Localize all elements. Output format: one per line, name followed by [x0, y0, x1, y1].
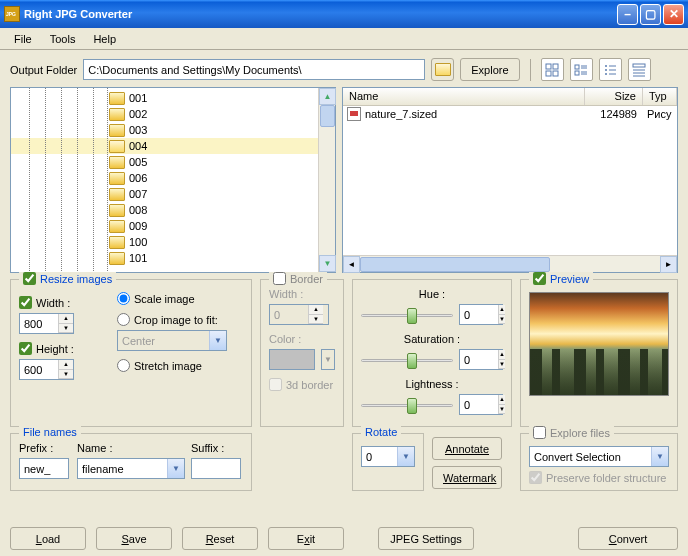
view-details-button[interactable] [628, 58, 651, 81]
load-button[interactable]: Load [10, 527, 86, 550]
explore-combo[interactable]: Convert Selection▼ [529, 446, 669, 467]
scroll-left-button[interactable]: ◄ [343, 256, 360, 273]
tree-scrollbar[interactable]: ▲ ▼ [318, 88, 335, 272]
tree-folder-label: 003 [129, 124, 147, 136]
3d-border-checkbox [269, 378, 282, 391]
folder-tree[interactable]: 001002003004005006007008009100101 ▲ ▼ [10, 87, 336, 273]
explore-title[interactable]: Explore files [529, 426, 614, 439]
explore-checkbox[interactable] [533, 426, 546, 439]
folder-icon [109, 92, 125, 105]
list-item[interactable]: nature_7.sized 124989 Рису [343, 106, 677, 122]
folder-icon [109, 204, 125, 217]
tree-folder-label: 101 [129, 252, 147, 264]
scroll-down-button[interactable]: ▼ [319, 255, 336, 272]
border-group: Border Width : ▲▼ Color : ▼ 3d border [260, 279, 344, 427]
suffix-input[interactable] [191, 458, 241, 479]
prefix-input[interactable] [19, 458, 69, 479]
reset-button[interactable]: Reset [182, 527, 258, 550]
preview-title[interactable]: Preview [529, 272, 593, 285]
border-width-spinner: ▲▼ [269, 304, 329, 325]
preview-checkbox[interactable] [533, 272, 546, 285]
list-header: Name Size Тур [343, 88, 677, 106]
separator [530, 59, 531, 81]
explore-button[interactable]: Explore [460, 58, 519, 81]
svg-point-14 [605, 73, 607, 75]
save-button[interactable]: Save [96, 527, 172, 550]
window-title: Right JPG Converter [24, 8, 132, 20]
file-list[interactable]: Name Size Тур nature_7.sized 124989 Рису… [342, 87, 678, 273]
annotate-button[interactable]: Annotate [432, 437, 502, 460]
col-size[interactable]: Size [585, 88, 643, 105]
watermark-button[interactable]: Watermark [432, 466, 502, 489]
tree-folder-label: 009 [129, 220, 147, 232]
stretch-radio[interactable] [117, 359, 130, 372]
hue-label: Hue : [361, 288, 503, 300]
width-label[interactable]: Width : [19, 297, 70, 309]
maximize-button[interactable]: ▢ [640, 4, 661, 25]
folder-icon [109, 108, 125, 121]
scroll-right-button[interactable]: ► [660, 256, 677, 273]
list-hscrollbar[interactable]: ◄ ► [343, 255, 677, 272]
scale-radio[interactable] [117, 292, 130, 305]
col-name[interactable]: Name [343, 88, 585, 105]
border-checkbox[interactable] [273, 272, 286, 285]
saturation-slider[interactable] [361, 350, 453, 370]
crop-radio-label[interactable]: Crop image to fit: [117, 314, 218, 326]
height-checkbox[interactable] [19, 342, 32, 355]
image-file-icon [347, 107, 361, 121]
tree-folder-label: 002 [129, 108, 147, 120]
svg-rect-1 [553, 64, 558, 69]
col-type[interactable]: Тур [643, 88, 677, 105]
height-spinner[interactable]: ▲▼ [19, 359, 74, 380]
width-checkbox[interactable] [19, 296, 32, 309]
width-spinner[interactable]: ▲▼ [19, 313, 74, 334]
folder-icon [109, 124, 125, 137]
folder-icon [109, 252, 125, 265]
hue-spinner[interactable]: ▲▼ [459, 304, 503, 325]
stretch-radio-label[interactable]: Stretch image [117, 360, 202, 372]
output-folder-input[interactable] [83, 59, 425, 80]
saturation-spinner[interactable]: ▲▼ [459, 349, 503, 370]
folder-icon [109, 236, 125, 249]
hue-slider[interactable] [361, 305, 453, 325]
folder-icon [109, 156, 125, 169]
border-width-label: Width : [269, 288, 335, 300]
crop-radio[interactable] [117, 313, 130, 326]
view-tiles-button[interactable] [570, 58, 593, 81]
close-button[interactable]: ✕ [663, 4, 684, 25]
preserve-label: Preserve folder structure [529, 472, 666, 484]
resize-group-title[interactable]: Resize images [19, 272, 116, 285]
name-combo[interactable]: filename▼ [77, 458, 185, 479]
preview-image [529, 292, 669, 396]
border-color-dropdown: ▼ [321, 349, 335, 370]
resize-group: Resize images Width : ▲▼ Height : ▲▼ Sca… [10, 279, 252, 427]
hscroll-thumb[interactable] [360, 257, 550, 272]
menu-tools[interactable]: Tools [42, 31, 84, 47]
menu-file[interactable]: File [6, 31, 40, 47]
svg-rect-0 [546, 64, 551, 69]
scroll-thumb[interactable] [320, 105, 335, 127]
exit-button[interactable]: Exit [268, 527, 344, 550]
scale-radio-label[interactable]: Scale image [117, 293, 195, 305]
view-thumbnails-button[interactable] [541, 58, 564, 81]
adjust-group: Hue : ▲▼ Saturation : ▲▼ Lightness : ▲▼ [352, 279, 512, 427]
height-label[interactable]: Height : [19, 343, 74, 355]
rotate-combo[interactable]: 0▼ [361, 446, 415, 467]
scroll-up-button[interactable]: ▲ [319, 88, 336, 105]
filenames-title: File names [19, 426, 81, 438]
jpeg-settings-button[interactable]: JPEG Settings [378, 527, 474, 550]
tree-folder-label: 005 [129, 156, 147, 168]
view-list-button[interactable] [599, 58, 622, 81]
file-type: Рису [643, 108, 677, 120]
lightness-slider[interactable] [361, 395, 453, 415]
minimize-button[interactable]: – [617, 4, 638, 25]
tree-folder-label: 008 [129, 204, 147, 216]
titlebar: Right JPG Converter – ▢ ✕ [0, 0, 688, 28]
convert-button[interactable]: Convert [578, 527, 678, 550]
resize-checkbox[interactable] [23, 272, 36, 285]
lightness-spinner[interactable]: ▲▼ [459, 394, 503, 415]
browse-folder-button[interactable] [431, 58, 454, 81]
svg-rect-3 [553, 71, 558, 76]
menu-help[interactable]: Help [85, 31, 124, 47]
border-title[interactable]: Border [269, 272, 327, 285]
